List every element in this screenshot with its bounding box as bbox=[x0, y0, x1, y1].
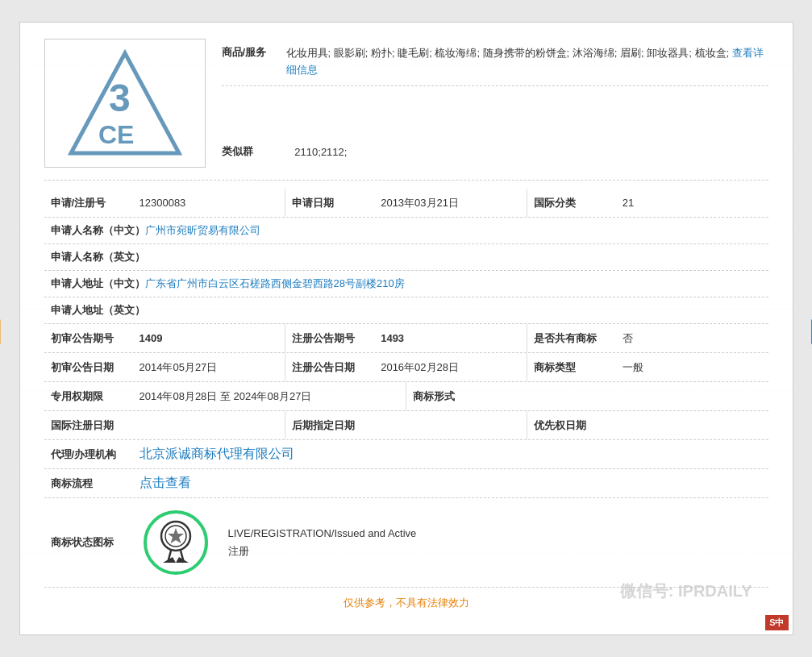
prelim-pub-date-label: 初审公告日期 bbox=[51, 360, 139, 375]
process-link[interactable]: 点击查看 bbox=[139, 475, 191, 492]
prelim-pub-no-label: 初审公告期号 bbox=[51, 331, 139, 346]
exclusive-right-cell: 专用权期限 2014年08月28日 至 2024年08月27日 bbox=[44, 382, 406, 410]
similar-group-label: 类似群 bbox=[222, 144, 286, 161]
reg-number-label: 申请/注册号 bbox=[51, 196, 139, 210]
svg-text:3: 3 bbox=[109, 77, 131, 119]
trademark-logo: 3 CE bbox=[65, 47, 185, 160]
goods-services-label: 商品/服务 bbox=[222, 45, 286, 79]
applicant-cn-row: 申请人名称（中文） 广州市宛昕贸易有限公司 bbox=[44, 218, 768, 244]
exclusive-right-value: 2014年08月28日 至 2024年08月27日 bbox=[139, 389, 312, 404]
applicant-address-cn-label: 申请人地址（中文） bbox=[51, 277, 145, 291]
reg-pub-date-label: 注册公告日期 bbox=[292, 360, 381, 375]
intl-class-cell: 国际分类 21 bbox=[527, 189, 768, 217]
status-icon-container bbox=[139, 506, 212, 579]
goods-services-row: 商品/服务 化妆用具; 眼影刷; 粉扑; 睫毛刷; 梳妆海绵; 随身携带的粉饼盒… bbox=[222, 39, 768, 86]
app-date-cell: 申请日期 2013年03月21日 bbox=[285, 189, 527, 217]
prelim-pub-date-cell: 初审公告日期 2014年05月27日 bbox=[44, 353, 285, 381]
tm-type-cell: 商标类型 一般 bbox=[527, 353, 768, 381]
page-container: ⚙ 👤 🏢 ⚙ 👤 ⚙ 🏢 🏢 ⚙ 🏢 👤 👤 ⚙ 🏢 ⚙ 👤 🏢 ◀ bbox=[0, 0, 812, 657]
exclusive-right-label: 专用权期限 bbox=[51, 389, 139, 404]
prelim-pub-date-value: 2014年05月27日 bbox=[139, 360, 218, 375]
later-designation-label: 后期指定日期 bbox=[292, 418, 381, 433]
shared-tm-cell: 是否共有商标 否 bbox=[527, 324, 768, 352]
process-label: 商标流程 bbox=[51, 476, 139, 491]
later-designation-cell: 后期指定日期 bbox=[285, 411, 527, 439]
applicant-en-row: 申请人名称（英文） bbox=[44, 244, 768, 271]
reg-pub-date-value: 2016年02月28日 bbox=[381, 360, 459, 375]
status-reg-text: 注册 bbox=[228, 544, 417, 559]
tm-form-label: 商标形式 bbox=[413, 389, 502, 404]
goods-services-section: 商品/服务 化妆用具; 眼影刷; 粉扑; 睫毛刷; 梳妆海绵; 随身携带的粉饼盒… bbox=[222, 39, 768, 168]
applicant-cn-value: 广州市宛昕贸易有限公司 bbox=[145, 223, 260, 238]
disclaimer-text: 仅供参考，不具有法律效力 bbox=[44, 588, 768, 618]
app-date-label: 申请日期 bbox=[292, 196, 381, 210]
priority-date-label: 优先权日期 bbox=[534, 418, 623, 433]
status-section: 商标状态图标 bbox=[44, 498, 768, 588]
reg-pub-date-cell: 注册公告日期 2016年02月28日 bbox=[285, 353, 527, 381]
intl-dates-row: 国际注册日期 后期指定日期 优先权日期 bbox=[44, 411, 768, 440]
reg-pub-no-value: 1493 bbox=[381, 332, 404, 344]
top-section: 3 CE 商品/服务 化妆用具; 眼影刷; 粉扑; 睫毛刷; 梳妆海绵; 随身携… bbox=[44, 39, 768, 181]
applicant-cn-label: 申请人名称（中文） bbox=[51, 223, 145, 238]
pub-numbers-row: 初审公告期号 1409 注册公告期号 1493 是否共有商标 否 bbox=[44, 324, 768, 353]
applicant-address-cn-row: 申请人地址（中文） 广东省广州市白云区石槎路西侧金碧西路28号副楼210房 bbox=[44, 271, 768, 297]
trademark-card: 3 CE 商品/服务 化妆用具; 眼影刷; 粉扑; 睫毛刷; 梳妆海绵; 随身携… bbox=[19, 22, 793, 635]
status-live-text: LIVE/REGISTRATION/Issued and Active bbox=[228, 527, 417, 539]
intl-reg-date-cell: 国际注册日期 bbox=[44, 411, 285, 439]
agency-row: 代理/办理机构 北京派诚商标代理有限公司 bbox=[44, 440, 768, 469]
tm-type-value: 一般 bbox=[623, 360, 643, 375]
status-icon-label: 商标状态图标 bbox=[51, 535, 139, 550]
tm-type-label: 商标类型 bbox=[534, 360, 623, 375]
reg-number-row: 申请/注册号 12300083 申请日期 2013年03月21日 国际分类 21 bbox=[44, 189, 768, 218]
applicant-address-en-row: 申请人地址（英文） bbox=[44, 297, 768, 324]
applicant-en-label: 申请人名称（英文） bbox=[51, 250, 145, 264]
similar-group-value: 2110;2112; bbox=[286, 144, 768, 161]
reg-pub-no-label: 注册公告期号 bbox=[292, 331, 381, 346]
priority-date-cell: 优先权日期 bbox=[527, 411, 768, 439]
status-text-box: LIVE/REGISTRATION/Issued and Active 注册 bbox=[228, 527, 417, 559]
medal-icon bbox=[152, 518, 200, 567]
app-date-value: 2013年03月21日 bbox=[381, 196, 459, 210]
goods-services-value: 化妆用具; 眼影刷; 粉扑; 睫毛刷; 梳妆海绵; 随身携带的粉饼盒; 沐浴海绵… bbox=[286, 45, 768, 79]
svg-marker-5 bbox=[168, 528, 184, 543]
nav-prev-button[interactable]: ◀ bbox=[0, 310, 1, 347]
agency-value[interactable]: 北京派诚商标代理有限公司 bbox=[139, 446, 294, 463]
intl-class-label: 国际分类 bbox=[534, 196, 623, 210]
prelim-pub-no-cell: 初审公告期号 1409 bbox=[44, 324, 285, 352]
card-content: 3 CE 商品/服务 化妆用具; 眼影刷; 粉扑; 睫毛刷; 梳妆海绵; 随身携… bbox=[20, 23, 793, 634]
similar-group-row: 类似群 2110;2112; bbox=[222, 138, 768, 168]
trademark-logo-box: 3 CE bbox=[44, 39, 206, 168]
intl-reg-date-label: 国际注册日期 bbox=[51, 418, 139, 433]
shared-tm-label: 是否共有商标 bbox=[534, 331, 623, 346]
applicant-address-en-label: 申请人地址（英文） bbox=[51, 303, 145, 318]
shared-tm-value: 否 bbox=[623, 331, 633, 346]
pub-dates-row: 初审公告日期 2014年05月27日 注册公告日期 2016年02月28日 商标… bbox=[44, 353, 768, 382]
process-row: 商标流程 点击查看 bbox=[44, 469, 768, 498]
prelim-pub-no-value: 1409 bbox=[139, 332, 163, 344]
status-badge-circle bbox=[144, 510, 208, 575]
intl-class-value: 21 bbox=[623, 197, 634, 209]
applicant-address-cn-value: 广东省广州市白云区石槎路西侧金碧西路28号副楼210房 bbox=[145, 277, 405, 291]
exclusive-right-row: 专用权期限 2014年08月28日 至 2024年08月27日 商标形式 bbox=[44, 382, 768, 411]
reg-number-cell: 申请/注册号 12300083 bbox=[44, 189, 285, 217]
tm-form-cell: 商标形式 bbox=[406, 382, 768, 410]
agency-label: 代理/办理机构 bbox=[51, 447, 139, 462]
reg-pub-no-cell: 注册公告期号 1493 bbox=[285, 324, 527, 352]
reg-number-value: 12300083 bbox=[139, 197, 186, 209]
svg-text:CE: CE bbox=[98, 120, 134, 149]
